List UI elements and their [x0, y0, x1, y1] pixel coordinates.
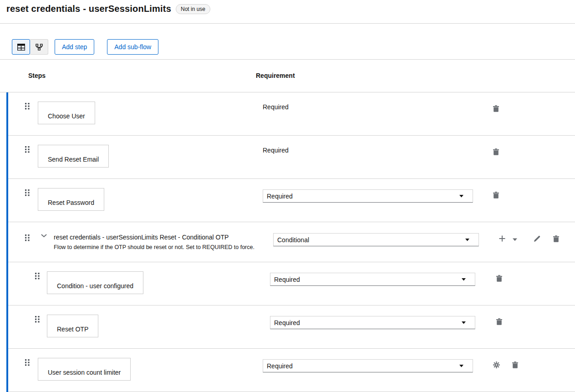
drag-handle[interactable] [25, 103, 30, 110]
caret-down-icon [462, 321, 466, 324]
pencil-icon [534, 235, 541, 242]
row-actions [499, 235, 559, 242]
subflow-row: reset credentials - userSessionLimits Re… [8, 222, 575, 262]
caret-down-icon [459, 195, 463, 198]
delete-button[interactable] [496, 275, 502, 282]
table-view-toggle[interactable] [12, 39, 30, 55]
requirement-selected-value: Required [267, 193, 293, 200]
requirement-value: Required [263, 103, 289, 111]
caret-down-icon [459, 365, 463, 367]
drag-handle[interactable] [25, 359, 30, 366]
plus-icon [499, 235, 506, 242]
requirement-cell: Required [263, 146, 473, 154]
trash-icon [553, 235, 559, 242]
grip-dots-icon [25, 189, 30, 196]
grip-dots-icon [35, 316, 40, 323]
edit-button[interactable] [534, 235, 541, 242]
view-toggle-group [12, 39, 48, 55]
grip-dots-icon [25, 359, 30, 366]
requirement-selected-value: Required [274, 319, 300, 326]
drag-handle[interactable] [25, 234, 30, 241]
grip-dots-icon [25, 234, 30, 241]
trash-icon [512, 361, 518, 368]
step-label: Reset OTP [57, 326, 88, 333]
step-label: Condition - user configured [57, 282, 133, 290]
requirement-select[interactable]: Required [270, 316, 475, 329]
flow-editor-page: reset credentials - userSessionLimits No… [0, 0, 575, 392]
drag-handle[interactable] [35, 273, 40, 280]
step-row: Condition - user configuredRequired [8, 262, 575, 305]
add-subflow-button[interactable]: Add sub-flow [107, 39, 158, 55]
delete-button[interactable] [493, 192, 499, 199]
requirement-selected-value: Required [274, 276, 300, 283]
add-options-toggle[interactable] [513, 237, 517, 242]
settings-button[interactable] [493, 361, 500, 368]
add-execution-button[interactable] [499, 235, 506, 242]
trash-icon [496, 275, 502, 282]
requirement-cell: Required [270, 273, 475, 286]
column-header-requirement: Requirement [256, 72, 295, 79]
flow-toolbar: Add step Add sub-flow [0, 24, 575, 60]
chevron-down-icon [41, 234, 47, 238]
page-title: reset credentials - userSessionLimits [6, 3, 171, 15]
drag-handle[interactable] [25, 189, 30, 196]
step-label: Reset Password [48, 199, 94, 206]
row-actions [496, 318, 502, 325]
table-icon [17, 44, 25, 51]
requirement-cell: Required [263, 103, 473, 111]
delete-button[interactable] [512, 361, 518, 368]
drag-handle[interactable] [25, 146, 30, 153]
delete-button[interactable] [496, 318, 502, 325]
requirement-cell: Required [270, 316, 475, 329]
caret-down-icon [462, 278, 466, 281]
row-actions [493, 105, 499, 112]
caret-down-icon [513, 238, 517, 241]
step-card: User session count limiter [38, 358, 131, 381]
step-label: User session count limiter [48, 369, 121, 376]
diagram-icon [36, 44, 43, 51]
add-step-button[interactable]: Add step [55, 39, 94, 55]
table-header: Steps Requirement [0, 60, 575, 92]
step-label: Send Reset Email [48, 156, 99, 163]
delete-button[interactable] [553, 235, 559, 242]
status-badge: Not in use [176, 4, 210, 14]
requirement-select[interactable]: Conditional [273, 233, 479, 246]
grip-dots-icon [25, 146, 30, 153]
step-card: Reset OTP [47, 315, 98, 337]
requirement-selected-value: Conditional [277, 236, 309, 244]
grip-dots-icon [35, 273, 40, 280]
requirement-select[interactable]: Required [263, 359, 473, 372]
diagram-view-toggle[interactable] [30, 39, 48, 55]
requirement-cell: Conditional [273, 233, 479, 246]
collapse-toggle[interactable] [41, 234, 47, 238]
column-header-steps: Steps [28, 72, 46, 79]
requirement-select[interactable]: Required [270, 273, 475, 286]
page-header: reset credentials - userSessionLimits No… [0, 0, 575, 24]
row-actions [493, 192, 499, 199]
step-row: Reset OTPRequired [8, 305, 575, 349]
step-row: Choose UserRequired [8, 92, 575, 136]
step-row: Send Reset EmailRequired [8, 136, 575, 179]
step-card: Send Reset Email [38, 145, 109, 168]
row-actions [493, 148, 499, 155]
trash-icon [493, 192, 499, 199]
requirement-cell: Required [263, 359, 473, 372]
grip-dots-icon [25, 103, 30, 110]
delete-button[interactable] [493, 148, 499, 155]
step-card: Reset Password [38, 188, 104, 211]
subflow-description: Flow to determine if the OTP should be r… [54, 244, 254, 251]
requirement-cell: Required [263, 189, 473, 203]
row-actions [493, 361, 518, 368]
gear-icon [493, 361, 500, 368]
delete-button[interactable] [493, 105, 499, 112]
caret-down-icon [465, 239, 469, 241]
trash-icon [496, 318, 502, 325]
step-card: Choose User [38, 102, 95, 124]
requirement-select[interactable]: Required [263, 189, 473, 203]
trash-icon [493, 148, 499, 155]
requirement-value: Required [263, 147, 289, 154]
step-row: Reset PasswordRequired [8, 179, 575, 222]
step-row: User session count limiterRequired [8, 349, 575, 392]
subflow-title: reset credentials - userSessionLimits Re… [54, 234, 254, 241]
drag-handle[interactable] [35, 316, 40, 323]
